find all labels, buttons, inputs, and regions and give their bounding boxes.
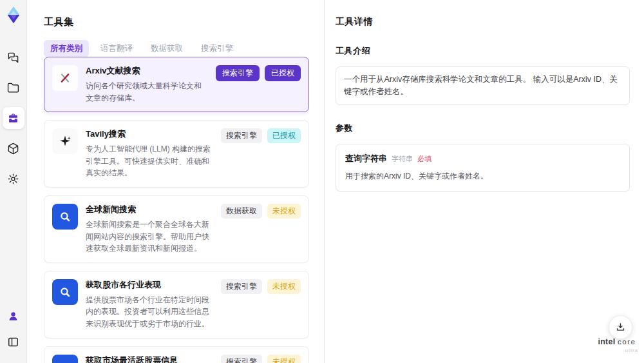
sidebar-item-settings[interactable] xyxy=(3,168,24,190)
intel-series-text: ultra xyxy=(596,348,638,354)
tool-name: 全球新闻搜索 xyxy=(86,204,213,215)
category-badge: 搜索引擎 xyxy=(221,279,262,294)
auth-status-badge: 未授权 xyxy=(267,279,301,294)
tool-list: Arxiv文献搜索 访问各个研究领域大量科学论文和文章的存储库。 搜索引擎 已授… xyxy=(44,57,309,363)
param-type: 字符串 xyxy=(392,153,413,164)
category-tabs: 所有类别 语言翻译 数据获取 搜索引擎 xyxy=(44,40,324,57)
tab-all-categories[interactable]: 所有类别 xyxy=(44,40,89,57)
core-brand-text: core xyxy=(618,338,636,346)
toolbox-icon xyxy=(7,112,19,124)
tool-name: Arxiv文献搜索 xyxy=(86,65,208,77)
tavily-star-icon xyxy=(57,133,73,149)
auth-status-badge: 未授权 xyxy=(267,204,301,219)
tool-card-tavily[interactable]: Tavily搜索 专为人工智能代理 (LLM) 构建的搜索引擎工具。可快速提供实… xyxy=(44,120,309,188)
sidebar-item-files[interactable] xyxy=(3,77,24,99)
download-button[interactable] xyxy=(609,315,632,339)
tool-detail-panel: 工具详情 工具介绍 一个用于从Arxiv存储库搜索科学论文和文章的工具。 输入可… xyxy=(325,0,644,363)
gear-icon xyxy=(7,173,19,185)
tool-description: 专为人工智能代理 (LLM) 构建的搜索引擎工具。可快速提供实时、准确和真实的结… xyxy=(86,143,213,179)
icon-rail xyxy=(0,0,27,363)
sidebar-item-models[interactable] xyxy=(3,137,24,159)
tool-description: 提供股票市场各个行业在特定时间段内的表现。投资者可以利用这些信息来识别表现优于或… xyxy=(86,294,213,330)
auth-status-badge: 已授权 xyxy=(265,65,301,81)
stock-search-icon xyxy=(57,360,73,363)
category-badge: 数据获取 xyxy=(221,204,262,219)
news-search-icon xyxy=(57,209,73,224)
arxiv-icon xyxy=(57,70,73,86)
params-heading: 参数 xyxy=(336,123,630,134)
auth-status-badge: 已授权 xyxy=(267,128,301,143)
tool-card-stock-sectors[interactable]: 获取股市各行业表现 提供股票市场各个行业在特定时间段内的表现。投资者可以利用这些… xyxy=(44,271,309,338)
intel-brand-text: intel xyxy=(598,337,616,346)
intel-core-logo: intel core ultra xyxy=(596,338,638,354)
param-name: 查询字符串 xyxy=(345,152,387,165)
tab-search-engine[interactable]: 搜索引擎 xyxy=(194,40,240,57)
tool-card-global-news[interactable]: 全球新闻搜索 全球新闻搜索是一个聚合全球各大新闻网站内容的搜索引擎。帮助用户快速… xyxy=(44,195,309,263)
chat-icon xyxy=(7,52,19,64)
collapse-panel-button[interactable] xyxy=(3,331,24,353)
panel-layout-icon xyxy=(7,336,19,348)
tool-description: 全球新闻搜索是一个聚合全球各大新闻网站内容的搜索引擎。帮助用户快速获取全球最新资… xyxy=(86,219,213,255)
package-icon xyxy=(7,142,19,155)
param-required-badge: 必填 xyxy=(417,153,431,164)
sidebar-item-chat[interactable] xyxy=(3,46,24,68)
category-badge: 搜索引擎 xyxy=(221,128,262,143)
param-description: 用于搜索的Arxiv ID、关键字或作者姓名。 xyxy=(345,170,620,182)
folder-icon xyxy=(7,82,19,94)
tool-description: 访问各个研究领域大量科学论文和文章的存储库。 xyxy=(86,80,208,104)
app-logo-icon xyxy=(4,5,23,25)
tool-list-panel: 工具集 所有类别 语言翻译 数据获取 搜索引擎 Arxiv文献搜索 访问各个研究… xyxy=(27,0,324,363)
tool-name: Tavily搜索 xyxy=(86,128,213,140)
tool-intro-text: 一个用于从Arxiv存储库搜索科学论文和文章的工具。 输入可以是Arxiv ID… xyxy=(336,66,630,105)
app-window: 工具集 所有类别 语言翻译 数据获取 搜索引擎 Arxiv文献搜索 访问各个研究… xyxy=(0,0,644,363)
sidebar-item-tools[interactable] xyxy=(3,107,24,129)
download-icon xyxy=(615,322,626,333)
page-title: 工具集 xyxy=(44,16,324,28)
category-badge: 搜索引擎 xyxy=(216,65,260,81)
category-badge: 搜索引擎 xyxy=(221,355,262,363)
auth-status-badge: 未授权 xyxy=(267,355,301,363)
tool-name: 获取股市各行业表现 xyxy=(86,279,213,291)
stock-search-icon xyxy=(57,284,73,300)
intro-heading: 工具介绍 xyxy=(336,45,630,57)
param-item: 查询字符串 字符串 必填 用于搜索的Arxiv ID、关键字或作者姓名。 xyxy=(336,144,630,192)
user-avatar[interactable] xyxy=(3,305,24,327)
tab-data-fetch[interactable]: 数据获取 xyxy=(144,40,189,57)
tool-card-active-stocks[interactable]: 获取市场最活跃股票信息 提供当天交易量最高的股票列表，投资者可以利用这些信息来识… xyxy=(44,346,309,363)
user-icon xyxy=(7,310,19,322)
tool-card-arxiv[interactable]: Arxiv文献搜索 访问各个研究领域大量科学论文和文章的存储库。 搜索引擎 已授… xyxy=(44,57,309,112)
detail-title: 工具详情 xyxy=(336,16,630,28)
tab-translation[interactable]: 语言翻译 xyxy=(94,40,139,57)
tool-name: 获取市场最活跃股票信息 xyxy=(86,355,213,363)
